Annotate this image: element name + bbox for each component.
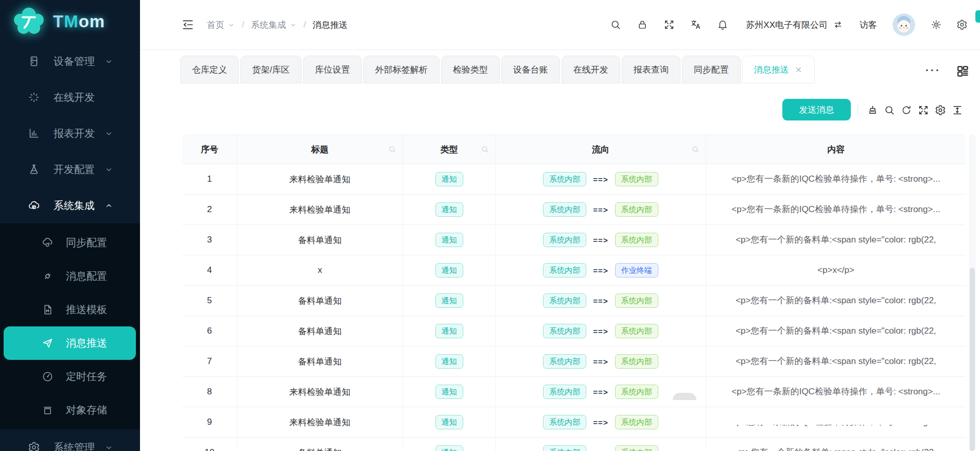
table-row[interactable]: 8来料检验单通知通知系统内部==>系统内部<p>您有一条新的IQC检验单待操作，…	[182, 377, 966, 407]
row-height-icon[interactable]	[952, 105, 963, 116]
scrollbar-thumb[interactable]	[970, 268, 975, 451]
theme-drawer-handle[interactable]	[975, 10, 980, 23]
row-flow-cell: 系统内部==>系统内部	[496, 225, 706, 255]
submenu-item-timer[interactable]: 定时任务	[4, 360, 136, 393]
table-row[interactable]: 1来料检验单通知通知系统内部==>系统内部<p>您有一条新的IQC检验单待操作，…	[182, 164, 966, 195]
close-icon[interactable]	[794, 65, 803, 74]
flow-to-tag: 系统内部	[615, 445, 658, 451]
sidebar-item-dev-config[interactable]: 开发配置	[0, 151, 140, 187]
gear-icon[interactable]	[956, 19, 968, 30]
collapse-menu-icon[interactable]	[181, 18, 195, 31]
layout-grid-icon[interactable]	[956, 64, 970, 78]
submenu-item-label: 消息配置	[66, 269, 107, 283]
bell-icon[interactable]	[717, 19, 728, 30]
row-title: 来料检验单通知	[237, 195, 403, 225]
breadcrumb-item[interactable]: 首页	[207, 19, 235, 31]
push-icon	[42, 337, 54, 349]
row-content: <p>您有一条新的IQC检验单待操作，单号: <strong>...	[706, 195, 966, 225]
tab-label: 在线开发	[573, 64, 608, 76]
flow-from-tag: 系统内部	[543, 172, 586, 186]
tab[interactable]: 仓库定义	[180, 56, 239, 83]
flow-wrap: 系统内部==>系统内部	[543, 202, 658, 217]
sidebar-item-online-dev[interactable]: 在线开发	[0, 79, 140, 115]
search-icon[interactable]	[884, 105, 895, 116]
company-switcher[interactable]: 苏州XX电子有限公司	[746, 19, 843, 31]
row-flow-cell: 系统内部==>系统内部	[496, 316, 706, 346]
sidebar-submenu: 同步配置消息配置推送模板消息推送定时任务对象存储	[0, 223, 140, 429]
search-icon[interactable]	[481, 145, 489, 153]
breadcrumb-item[interactable]: 系统集成	[251, 19, 297, 31]
tabs-more-button[interactable]: ···	[925, 64, 941, 75]
fullscreen-icon[interactable]	[663, 19, 675, 30]
online-dev-icon	[28, 91, 40, 103]
flow-from-tag: 系统内部	[543, 415, 586, 429]
open-tabs: 仓库定义货架/库区库位设置外部标签解析检验类型设备台账在线开发报表查询同步配置消…	[180, 56, 815, 83]
translate-icon[interactable]	[690, 19, 702, 30]
type-tag: 通知	[435, 415, 463, 429]
tab[interactable]: 报表查询	[622, 56, 680, 83]
flow-arrow: ==>	[593, 297, 608, 305]
row-number: 1	[182, 164, 237, 195]
tab[interactable]: 同步配置	[682, 56, 741, 83]
submenu-item-sync[interactable]: 同步配置	[4, 226, 136, 259]
table-row[interactable]: 6备料单通知通知系统内部==>系统内部<p>您有一个新的备料单:<span st…	[182, 316, 966, 346]
table-row[interactable]: 9来料检验单通知通知系统内部==>系统内部<p>您有一条新的IQC检验单待操作，…	[182, 407, 966, 438]
column-header-label: 标题	[311, 144, 329, 155]
sidebar-item-integration[interactable]: 系统集成	[0, 187, 140, 223]
table-row[interactable]: 10备料单通知通知系统内部==>系统内部<p>您有一个新的备料单:<span s…	[182, 438, 966, 451]
table-row[interactable]: 2来料检验单通知通知系统内部==>系统内部<p>您有一条新的IQC检验单待操作，…	[182, 195, 966, 225]
sidebar-item-report-dev[interactable]: 报表开发	[0, 115, 140, 151]
sidebar-menu: 设备管理在线开发报表开发开发配置系统集成同步配置消息配置推送模板消息推送定时任务…	[0, 43, 140, 451]
gear-icon[interactable]	[935, 105, 946, 116]
tab-label: 设备台账	[513, 64, 548, 76]
app-logo[interactable]: TMom	[0, 0, 140, 43]
row-number: 7	[182, 346, 237, 377]
breadcrumb-label: 系统集成	[251, 19, 286, 31]
search-icon[interactable]	[691, 145, 699, 153]
submenu-item-template[interactable]: 推送模板	[4, 293, 136, 326]
expand-icon[interactable]	[918, 105, 929, 116]
row-content: <p>x</p>	[706, 255, 966, 286]
row-title: 备料单通知	[237, 225, 403, 255]
row-title: 来料检验单通知	[237, 407, 403, 438]
table-row[interactable]: 7备料单通知通知系统内部==>系统内部<p>您有一个新的备料单:<span st…	[182, 346, 966, 377]
template-icon	[42, 304, 54, 316]
lock-icon[interactable]	[637, 19, 648, 30]
column-header-label: 内容	[827, 144, 845, 155]
sidebar-item-system[interactable]: 系统管理	[0, 429, 140, 451]
flow-from-tag: 系统内部	[543, 385, 586, 399]
row-number: 10	[182, 438, 237, 451]
sidebar-item-label: 系统集成	[54, 199, 95, 213]
tab[interactable]: 库位设置	[303, 56, 362, 83]
avatar[interactable]	[892, 13, 915, 36]
search-icon[interactable]	[388, 145, 396, 153]
sidebar-item-label: 报表开发	[54, 127, 95, 141]
column-header: 内容	[706, 135, 966, 164]
table-row[interactable]: 3备料单通知通知系统内部==>系统内部<p>您有一个新的备料单:<span st…	[182, 225, 966, 255]
tab[interactable]: 货架/库区	[240, 56, 302, 83]
sidebar-item-device[interactable]: 设备管理	[0, 43, 140, 79]
tab[interactable]: 设备台账	[501, 56, 560, 83]
flow-wrap: 系统内部==>系统内部	[543, 385, 658, 399]
submenu-item-msg-config[interactable]: 消息配置	[4, 259, 136, 293]
send-message-button[interactable]: 发送消息	[782, 99, 851, 120]
tab[interactable]: 检验类型	[441, 56, 500, 83]
sun-icon[interactable]	[931, 19, 942, 30]
search-icon[interactable]	[610, 19, 621, 30]
flow-to-tag: 系统内部	[615, 354, 658, 369]
logo-cloud-icon	[11, 6, 46, 38]
table-row[interactable]: 5备料单通知通知系统内部==>系统内部<p>您有一个新的备料单:<span st…	[182, 286, 966, 316]
flow-arrow: ==>	[593, 418, 608, 427]
tab[interactable]: 外部标签解析	[363, 56, 440, 83]
submenu-item-storage[interactable]: 对象存储	[4, 393, 136, 427]
refresh-icon[interactable]	[901, 105, 912, 116]
tab-label: 外部标签解析	[375, 64, 428, 76]
breadcrumb-item[interactable]: 消息推送	[312, 19, 347, 31]
flow-to-tag: 系统内部	[615, 172, 658, 186]
tab-active[interactable]: 消息推送	[742, 56, 815, 83]
submenu-item-push[interactable]: 消息推送	[4, 326, 136, 360]
row-flow-cell: 系统内部==>作业终端	[496, 255, 706, 286]
table-row[interactable]: 4x通知系统内部==>作业终端<p>x</p>	[182, 255, 966, 286]
tab[interactable]: 在线开发	[562, 56, 620, 83]
broom-icon[interactable]	[867, 105, 878, 116]
